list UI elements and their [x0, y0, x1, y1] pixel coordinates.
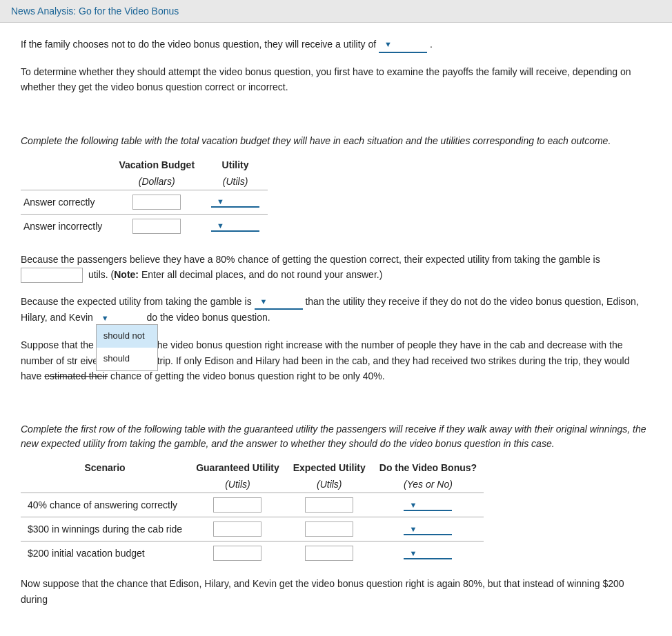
italic-instruction-2: Complete the first row of the following …: [21, 422, 651, 451]
bottom-paragraph-text: Now suppose that the chance that Edison,…: [21, 578, 624, 604]
row2-40-guaranteed[interactable]: [189, 493, 286, 517]
table2-col2-header: Guaranteed Utility: [189, 459, 286, 476]
page-container: News Analysis: Go for the Video Bonus If…: [0, 0, 672, 636]
row2-300-guaranteed[interactable]: [189, 517, 286, 541]
para2-text: To determine whether they should attempt…: [21, 66, 631, 92]
table2-col1-header: Scenario: [21, 459, 189, 476]
para3-after: utils. (: [88, 269, 114, 280]
table2-col3-sub: (Utils): [286, 476, 373, 493]
table2-col4-sub: (Yes or No): [373, 476, 484, 493]
row-label-correct: Answer correctly: [21, 190, 110, 214]
table-1: Vacation Budget Utility (Dollars) (Utils…: [21, 157, 268, 238]
paragraph-1: If the family chooses not to do the vide…: [21, 37, 651, 53]
row2-300-bonus-dropdown[interactable]: ▼: [404, 524, 452, 535]
row-correct-budget[interactable]: [110, 190, 203, 214]
row2-200-bonus-dropdown[interactable]: ▼: [404, 548, 452, 559]
para3-before: Because the passengers believe they have…: [21, 254, 600, 265]
para4-after: do the video bonus question.: [147, 312, 270, 323]
row2-40-expected[interactable]: [286, 493, 373, 517]
row-incorrect-budget[interactable]: [110, 214, 203, 238]
row2-label-300: $300 in winnings during the cab ride: [21, 517, 189, 541]
row-label-incorrect: Answer incorrectly: [21, 214, 110, 238]
incorrect-utility-arrow-icon: ▼: [217, 221, 224, 230]
para5-after: chance of getting the video bonus questi…: [110, 370, 385, 381]
paragraph-2: To determine whether they should attempt…: [21, 64, 651, 95]
correct-utility-arrow-icon: ▼: [217, 197, 224, 206]
row2-40-bonus-arrow-icon: ▼: [409, 501, 417, 509]
incorrect-budget-input[interactable]: [132, 219, 181, 234]
row2-label-200: $200 initial vacation budget: [21, 541, 189, 566]
para4-before: Because the expected utility from taking…: [21, 296, 252, 307]
should-arrow-icon: ▼: [101, 312, 109, 325]
should-dropdown-container[interactable]: ▼ should not should: [96, 310, 144, 326]
row2-300-expected-input[interactable]: [305, 521, 353, 537]
incorrect-utility-dropdown[interactable]: ▼: [211, 221, 259, 232]
row2-200-expected[interactable]: [286, 541, 373, 566]
option-should-not[interactable]: should not: [97, 325, 157, 348]
row-correct-utility[interactable]: ▼: [203, 190, 268, 214]
para1-before: If the family chooses not to do the vide…: [21, 39, 376, 50]
row2-label-40: 40% chance of answering correctly: [21, 493, 189, 517]
table1-col1-sub: (Dollars): [110, 173, 203, 190]
row2-200-bonus-arrow-icon: ▼: [409, 549, 417, 557]
para1-after: .: [430, 39, 433, 50]
paragraph-3: Because the passengers believe they have…: [21, 252, 651, 283]
comparison-dropdown-trigger[interactable]: ▼: [255, 295, 303, 310]
table1-col2-header: Utility: [203, 157, 268, 173]
row2-40-expected-input[interactable]: [305, 497, 353, 513]
italic-instruction-1-text: Complete the following table with the to…: [21, 135, 611, 146]
row2-300-guaranteed-input[interactable]: [213, 521, 261, 537]
expected-utility-input[interactable]: [21, 268, 83, 283]
utility-dropdown-arrow-icon: ▼: [384, 39, 392, 51]
row2-40-do-bonus[interactable]: ▼: [373, 493, 484, 517]
main-content: If the family chooses not to do the vide…: [0, 23, 672, 628]
row2-300-bonus-arrow-icon: ▼: [409, 525, 417, 533]
table1-col2-sub: (Utils): [203, 173, 268, 190]
row2-40-guaranteed-input[interactable]: [213, 497, 261, 513]
table-row: Answer correctly ▼: [21, 190, 268, 214]
para3-after2: Enter all decimal places, and do not rou…: [139, 269, 382, 280]
table-row: $200 initial vacation budget ▼: [21, 541, 484, 566]
para3-note: Note:: [114, 269, 139, 280]
row2-300-do-bonus[interactable]: ▼: [373, 517, 484, 541]
utility-dropdown-container[interactable]: ▼: [379, 37, 427, 53]
utility-dropdown-trigger[interactable]: ▼: [379, 38, 427, 53]
title-bar: News Analysis: Go for the Video Bonus: [0, 0, 672, 23]
row-incorrect-utility[interactable]: ▼: [203, 214, 268, 238]
italic-instruction-2-text: Complete the first row of the following …: [21, 424, 646, 449]
table-row: $300 in winnings during the cab ride ▼: [21, 517, 484, 541]
row2-200-expected-input[interactable]: [305, 546, 353, 561]
bottom-paragraph: Now suppose that the chance that Edison,…: [21, 576, 651, 607]
correct-budget-input[interactable]: [132, 195, 181, 210]
table1-col1-header: Vacation Budget: [110, 157, 203, 173]
row2-300-expected[interactable]: [286, 517, 373, 541]
para5-strikethrough: estimated their: [44, 370, 108, 381]
page-title: News Analysis: Go for the Video Bonus: [11, 6, 179, 17]
comparison-dropdown-container[interactable]: ▼: [255, 294, 303, 310]
comparison-arrow-icon: ▼: [260, 296, 268, 308]
row2-200-do-bonus[interactable]: ▼: [373, 541, 484, 566]
row2-40-bonus-dropdown[interactable]: ▼: [404, 500, 452, 511]
table-2: Scenario Guaranteed Utility Expected Uti…: [21, 459, 484, 565]
table2-col3-header: Expected Utility: [286, 459, 373, 476]
row2-200-guaranteed-input[interactable]: [213, 546, 261, 561]
para5-before: Suppose that the: [21, 339, 94, 350]
paragraph-4: Because the expected utility from taking…: [21, 294, 651, 327]
correct-utility-dropdown[interactable]: ▼: [211, 197, 259, 208]
should-dropdown-menu: should not should: [96, 324, 158, 371]
option-should[interactable]: should: [97, 348, 157, 370]
table-row: 40% chance of answering correctly ▼: [21, 493, 484, 517]
row2-200-guaranteed[interactable]: [189, 541, 286, 566]
table2-col2-sub: (Utils): [189, 476, 286, 493]
italic-instruction-1: Complete the following table with the to…: [21, 134, 651, 148]
table2-col4-header: Do the Video Bonus?: [373, 459, 484, 476]
table-row: Answer incorrectly ▼: [21, 214, 268, 238]
